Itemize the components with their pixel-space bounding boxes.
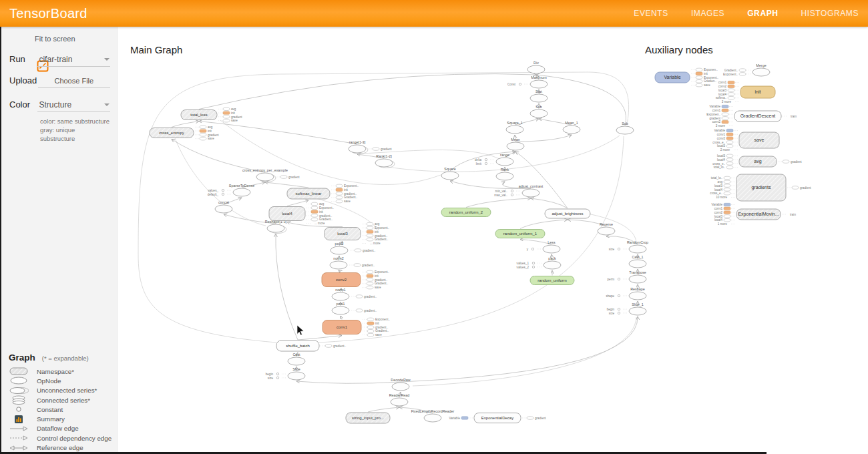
graph-node-decoderaw[interactable]: DecodeRaw	[391, 378, 410, 391]
graph-node-aux_ema[interactable]: ExponentialMovin...Variableconv1conv2loc…	[711, 203, 796, 226]
graph-node-aux_save[interactable]: saveVariableconv1conv2cross_e..local32 m…	[712, 129, 779, 152]
svg-text:1 more: 1 more	[718, 222, 728, 226]
svg-text:save: save	[754, 138, 765, 142]
svg-text:Exponent..: Exponent..	[375, 226, 389, 230]
svg-text:gradient..: gradient..	[375, 326, 388, 329]
graph-node-adjust_contrast[interactable]: adjust_contrastmin_val..max_val..	[494, 184, 543, 198]
graph-node-randuni2[interactable]: random_uniform_2	[441, 208, 491, 217]
graph-node-norm1[interactable]: norm1gradient..	[332, 288, 377, 301]
svg-text:random_uniform_2: random_uniform_2	[449, 210, 483, 214]
graph-node-square[interactable]: Square	[441, 167, 459, 180]
graph-node-range[interactable]: rangedeltalimit	[475, 153, 513, 166]
svg-text:Gradien..: Gradien..	[704, 79, 716, 83]
svg-text:Variable: Variable	[714, 129, 725, 132]
graph-node-aux_init[interactable]: initconv1conv2local3local4softma..3 more	[716, 81, 775, 103]
graph-node-total_loss[interactable]: total_lossavginitgradientsave	[181, 107, 242, 122]
svg-text:Exponent..: Exponent..	[375, 318, 390, 321]
tab-graph[interactable]: GRAPH	[747, 9, 778, 18]
graph-node-string_input[interactable]: string_input_pro...	[346, 413, 390, 423]
graph-node-slice_1[interactable]: Slice_1beginsize	[607, 302, 646, 316]
graph-node-div[interactable]: Div	[527, 61, 545, 74]
svg-text:cross_e..: cross_e..	[710, 192, 722, 195]
graph-node-flrr[interactable]: FixedLengthRecordReader	[411, 409, 455, 423]
graph-node-aux_gd[interactable]: GradientDescentVariableconv1Exponen..gra…	[706, 105, 797, 128]
graph-node-cross_entropy[interactable]: cross_entropyavginitgradientsave	[150, 126, 219, 140]
svg-text:local4: local4	[714, 188, 722, 192]
svg-text:concat: concat	[218, 200, 229, 204]
graph-node-norm2[interactable]: norm2gradient..	[330, 256, 375, 270]
graph-node-sub[interactable]: Sub	[530, 105, 548, 118]
svg-text:norm1: norm1	[335, 288, 345, 292]
legend-item: Dataflow edge	[9, 424, 118, 433]
svg-text:Exponen..: Exponen..	[704, 68, 718, 71]
graph-edge	[298, 336, 342, 340]
svg-text:Gradient..: Gradient..	[344, 196, 357, 199]
graph-node-sparsetodense[interactable]: SparseToDensevalues_default_	[208, 184, 255, 197]
svg-text:avg: avg	[208, 126, 213, 129]
graph-node-randuni[interactable]: random_uniform	[530, 276, 574, 285]
graph-node-sqrt[interactable]: Sqrt	[530, 89, 548, 103]
graph-node-reverse[interactable]: Reverse	[598, 222, 615, 236]
choose-file-button[interactable]: Choose File	[38, 75, 110, 88]
tab-histograms[interactable]: HISTOGRAMS	[801, 9, 859, 18]
graph-node-reshape13[interactable]: Reshape[1-3]	[265, 220, 287, 234]
fit-to-screen-label[interactable]: Fit to screen	[35, 35, 75, 43]
graph-node-randomcrop[interactable]: RandomCropsize	[609, 240, 648, 254]
graph-node-square_1[interactable]: Square_1	[506, 121, 523, 134]
svg-text:Gradient..: Gradient..	[375, 329, 389, 332]
graph-node-pack[interactable]: packvalues_1values_2	[517, 256, 561, 270]
header-nav: EVENTS IMAGES GRAPH HISTOGRAMS	[634, 9, 859, 18]
graph-node-aux_gradients[interactable]: gradientstotal_lo..avglocal3local4cross_…	[710, 174, 811, 201]
graph-node-cep[interactable]: cross_entropy_per_examplegradient	[242, 168, 300, 182]
graph-canvas[interactable]: DivMaximumConstSqrtSubSquare_1Mean_1SubM…	[0, 27, 868, 454]
graph-node-conv2[interactable]: conv2Exponent..initgradient..Gradient..s…	[322, 270, 389, 289]
graph-node-mean_1[interactable]: Mean_1	[563, 121, 580, 134]
run-select-value: cifar-train	[39, 55, 72, 64]
graph-node-aux_variable[interactable]: VariableExponen..initExponent..Gradien..…	[655, 68, 718, 87]
graph-node-aux_merge[interactable]: MergeGradient..Exponent..	[723, 63, 770, 77]
svg-text:random_uniform_1: random_uniform_1	[503, 232, 537, 236]
graph-node-slice[interactable]: Slicebeginsize	[266, 367, 305, 381]
graph-edge	[536, 75, 626, 126]
svg-text:save: save	[375, 333, 382, 336]
graph-node-pool2[interactable]: pool2gradient..	[331, 242, 375, 255]
graph-node-aux_avg[interactable]: avglocal3local4cross_e..total_lo..gradie…	[712, 154, 802, 169]
graph-edge	[341, 316, 342, 320]
svg-text:Reverse: Reverse	[600, 222, 613, 226]
graph-node-maximum[interactable]: MaximumConst	[507, 75, 548, 89]
graph-node-adjust_brightness[interactable]: adjust_brightness	[545, 209, 590, 218]
graph-edge	[515, 135, 572, 142]
graph-edge	[296, 381, 401, 383]
legend-item: Constant	[9, 405, 118, 414]
graph-node-rank[interactable]: Rank	[496, 168, 513, 181]
svg-text:gradient: gradient	[231, 116, 242, 119]
graph-node-exp_decay[interactable]: ExponentialDecayVariablegradient	[449, 413, 546, 423]
svg-text:avg: avg	[375, 222, 380, 226]
color-select[interactable]: Structure	[37, 99, 110, 112]
graph-node-reshape[interactable]: Reshapeshape	[606, 287, 646, 300]
svg-text:Variable: Variable	[711, 203, 722, 206]
svg-text:range[1-3]: range[1-3]	[349, 140, 366, 144]
graph-node-sub_1[interactable]: Sub	[616, 122, 634, 135]
graph-node-conv1[interactable]: conv1Exponent..initgradient..Gradient..s…	[322, 318, 390, 336]
graph-node-readerread[interactable]: ReaderRead	[389, 393, 410, 407]
svg-text:init: init	[375, 274, 379, 278]
graph-node-randuni1[interactable]: random_uniform_1	[495, 230, 545, 238]
run-select[interactable]: cifar-train	[37, 53, 110, 67]
graph-node-mean[interactable]: Mean	[507, 138, 524, 151]
svg-text:gradient..: gradient..	[344, 192, 357, 196]
graph-node-rank12[interactable]: Rank[1-2]	[375, 154, 395, 168]
color-note: color: same substructure gray: unique su…	[0, 116, 117, 143]
svg-text:size: size	[268, 377, 274, 380]
graph-node-pool1[interactable]: pool1gradient..	[332, 302, 377, 315]
graph-node-cast_1[interactable]: Cast_1	[629, 255, 646, 268]
svg-text:avg: avg	[231, 107, 236, 111]
svg-text:conv1: conv1	[337, 325, 348, 329]
tab-events[interactable]: EVENTS	[634, 9, 668, 18]
tab-images[interactable]: IMAGES	[691, 9, 724, 18]
graph-node-cast[interactable]: Cast	[288, 353, 305, 366]
graph-node-shuffle_batch[interactable]: shuffle_batchgradient..	[276, 340, 346, 351]
graph-node-range13[interactable]: range[1-3]gradient	[349, 140, 392, 154]
graph-node-less[interactable]: Lessy	[527, 240, 560, 254]
graph-node-transpose[interactable]: Transposeperm	[608, 270, 646, 284]
